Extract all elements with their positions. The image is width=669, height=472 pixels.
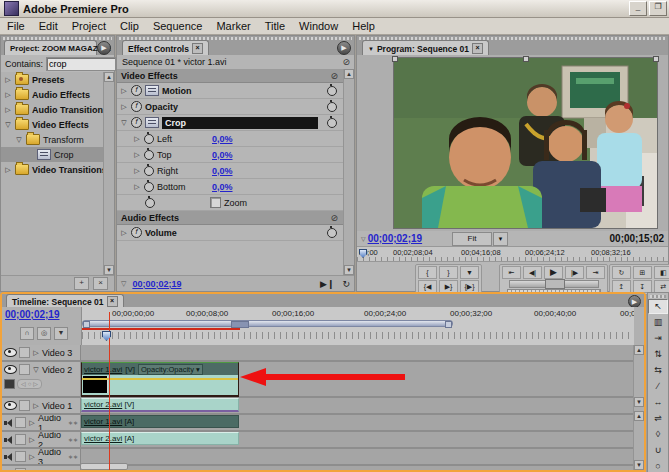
track-header[interactable]: ▷Video 3 — [2, 345, 81, 360]
restore-button[interactable]: ❐ — [649, 1, 667, 16]
track-header[interactable]: ▷Audio 1∗∗ — [2, 415, 81, 430]
clip-victor-1.avi[interactable]: victor 1.avi[V]Opacity:Opacity ▾ — [81, 362, 239, 396]
work-area-bar[interactable] — [82, 320, 453, 327]
project-scrollbar[interactable]: ▲ ▼ — [103, 72, 114, 275]
close-tab-icon[interactable]: × — [472, 43, 483, 54]
tree-item-presets[interactable]: ▷Presets — [1, 72, 103, 87]
tree-item-audio-effects[interactable]: ▷Audio Effects — [1, 87, 103, 102]
track-lock-toggle[interactable] — [15, 468, 26, 470]
tab-effect-controls[interactable]: Effect Controls × — [122, 40, 209, 56]
param-row-left[interactable]: ▷Left0,0% — [117, 131, 343, 147]
param-value[interactable]: 0,0% — [212, 182, 233, 192]
safe-margins-button[interactable]: ⊞ — [633, 266, 652, 279]
toggle-animation-icon[interactable] — [145, 198, 155, 208]
shuttle-slider[interactable] — [509, 280, 599, 288]
toggle-track-audio-icon[interactable] — [4, 453, 13, 461]
twirl-icon[interactable]: ▷ — [4, 76, 12, 84]
go-to-previous-edit-button[interactable]: ⇤ — [502, 266, 521, 279]
pen-tool[interactable]: ◊ — [648, 427, 668, 442]
work-area-end-handle[interactable] — [445, 321, 452, 328]
toggle-effect-icon[interactable] — [131, 101, 142, 112]
scroll-down-icon[interactable]: ▼ — [634, 397, 644, 407]
effect-controls-scrollbar[interactable]: ▲ ▼ — [343, 69, 354, 275]
play-edit-icon[interactable]: ▶❙ — [320, 279, 334, 289]
scroll-up-icon[interactable]: ▲ — [344, 69, 354, 79]
twirl-icon[interactable]: ▷ — [4, 106, 12, 114]
timeline-scrollbar[interactable]: ▲ ▼ ▲ ▼ — [633, 345, 644, 470]
loop-button[interactable]: ↻ — [612, 266, 631, 279]
previous-keyframe-icon[interactable]: ◁ — [21, 380, 26, 387]
toggle-effect-icon[interactable] — [131, 117, 142, 128]
set-display-style-icon[interactable] — [4, 379, 15, 389]
tree-item-crop[interactable]: Crop — [1, 147, 103, 162]
twirl-icon[interactable]: ▷ — [32, 402, 40, 410]
clip-victor-2.avi[interactable]: victor 2.avi [V] — [81, 398, 239, 412]
track-lock-toggle[interactable] — [19, 364, 30, 375]
twirl-icon[interactable]: ▷ — [4, 91, 12, 99]
tree-item-transform[interactable]: ▽Transform — [1, 132, 103, 147]
track-lane[interactable] — [81, 466, 634, 470]
panel-gripper[interactable] — [650, 295, 666, 298]
timeline-zoom-scrollbar[interactable] — [80, 463, 128, 470]
twirl-icon[interactable]: ▽ — [15, 136, 23, 144]
tree-item-video-effects[interactable]: ▽Video Effects — [1, 117, 103, 132]
timeline-ruler[interactable]: 00;00;00;0000;00;08;0000;00;16;0000;00;2… — [81, 307, 634, 345]
reset-icon[interactable]: ⊘ — [330, 213, 338, 223]
menu-edit[interactable]: Edit — [32, 19, 65, 33]
track-select-tool[interactable]: ▥ — [648, 315, 668, 330]
twirl-icon[interactable]: ▽ — [4, 121, 12, 129]
close-tab-icon[interactable]: × — [107, 296, 118, 307]
twirl-icon[interactable]: ▷ — [120, 229, 128, 237]
close-tab-icon[interactable]: × — [192, 43, 203, 54]
set-marker-button[interactable]: ▼ — [460, 266, 479, 279]
shuttle-thumb[interactable] — [545, 279, 565, 289]
stopwatch-icon[interactable] — [327, 228, 337, 238]
toggle-track-audio-icon[interactable] — [4, 436, 13, 444]
clip-keyframe-area[interactable] — [82, 375, 238, 395]
hand-tool[interactable]: ∪ — [648, 443, 668, 458]
scroll-down-icon[interactable]: ▼ — [344, 265, 354, 275]
output-button[interactable]: ◧ — [654, 266, 669, 279]
scroll-down-icon[interactable]: ▼ — [634, 460, 644, 470]
scroll-up-icon[interactable]: ▲ — [104, 72, 114, 82]
menu-sequence[interactable]: Sequence — [146, 19, 210, 33]
track-options-icon[interactable]: ∗∗ — [68, 436, 78, 443]
track-header[interactable]: ▷Video 1 — [2, 398, 81, 413]
param-row-right[interactable]: ▷Right0,0% — [117, 163, 343, 179]
go-to-next-edit-button[interactable]: ⇥ — [586, 266, 605, 279]
twirl-icon[interactable]: ▽ — [32, 366, 40, 374]
set-in-point-button[interactable]: { — [418, 266, 437, 279]
search-input[interactable] — [46, 57, 116, 71]
zoom-tool[interactable]: ○ — [648, 459, 668, 472]
clip-title-bar[interactable]: victor 1.avi[V]Opacity:Opacity ▾ — [82, 363, 238, 375]
twirl-icon[interactable]: ▷ — [28, 419, 36, 427]
show-keyframes-icon[interactable]: ⊘ — [342, 57, 350, 67]
frame-handle[interactable] — [523, 56, 529, 62]
timeline-timecode[interactable]: 00;00;02;19 — [5, 309, 59, 320]
opacity-rubber-band[interactable] — [82, 378, 238, 380]
menu-title[interactable]: Title — [258, 19, 292, 33]
rate-stretch-tool[interactable]: ⇆ — [648, 363, 668, 378]
menu-window[interactable]: Window — [292, 19, 345, 33]
work-area-center-handle[interactable] — [231, 321, 249, 328]
tree-item-audio-transitions[interactable]: ▷Audio Transitions — [1, 102, 103, 117]
toggle-track-output-icon[interactable] — [4, 365, 17, 374]
zoom-option-row[interactable]: Zoom — [117, 195, 343, 211]
chevron-down-icon[interactable]: ▼ — [368, 46, 374, 52]
scroll-up-icon[interactable]: ▲ — [634, 411, 644, 421]
twirl-icon[interactable]: ▷ — [133, 135, 141, 143]
toggle-track-audio-icon[interactable] — [4, 419, 13, 427]
step-forward-button[interactable]: |▶ — [565, 266, 584, 279]
effect-controls-timecode[interactable]: 00;00;02;19 — [132, 279, 181, 289]
slip-tool[interactable]: ↔ — [648, 395, 668, 410]
reset-icon[interactable]: ⊘ — [330, 71, 338, 81]
track-lane[interactable]: victor 1.avi [A] — [81, 415, 634, 430]
frame-handle[interactable] — [392, 56, 398, 62]
effect-row-motion[interactable]: ▷Motion — [117, 83, 343, 99]
twirl-icon[interactable]: ▷ — [28, 470, 36, 471]
param-row-bottom[interactable]: ▷Bottom0,0% — [117, 179, 343, 195]
ripple-edit-tool[interactable]: ⇥ — [648, 331, 668, 346]
stopwatch-icon[interactable] — [327, 86, 337, 96]
play-button[interactable]: ▶ — [544, 266, 563, 279]
slide-tool[interactable]: ⇌ — [648, 411, 668, 426]
